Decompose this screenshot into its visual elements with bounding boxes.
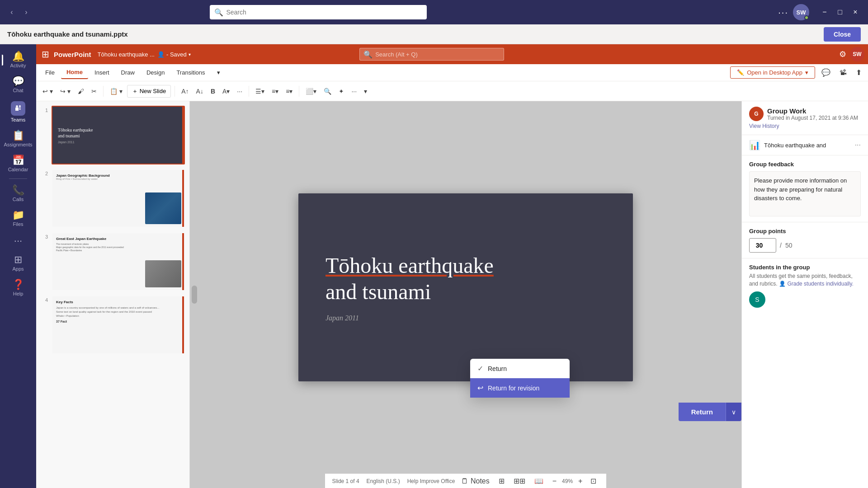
- global-search[interactable]: 🔍: [210, 5, 427, 19]
- sidebar-item-files[interactable]: 📁 Files: [2, 206, 34, 230]
- format-painter-btn[interactable]: 🖌: [75, 86, 87, 97]
- window-controls: − □ ×: [817, 5, 863, 19]
- rp-feedback-box[interactable]: Please provide more information on how t…: [749, 171, 861, 216]
- save-status: 👤 - Saved ▾: [157, 51, 191, 58]
- slide-thumb-2[interactable]: 2 Japan Geographic Background Ring of Fi…: [40, 168, 186, 229]
- rp-points-row: / 50: [749, 238, 861, 253]
- share-btn[interactable]: ⬆: [853, 66, 864, 79]
- rp-student-avatar[interactable]: S: [749, 291, 765, 308]
- sidebar-item-calendar[interactable]: 📅 Calendar: [2, 152, 34, 176]
- slide-thumb-4[interactable]: 4 Key Facts Japan is a country accompani…: [40, 295, 186, 355]
- notes-btn[interactable]: 🗒 Notes: [458, 475, 492, 487]
- ppt-avatar[interactable]: SW: [850, 47, 864, 61]
- sidebar-item-chat[interactable]: 💬 Chat: [2, 73, 34, 97]
- slide2-mini-title: Japan Geographic Background: [56, 174, 180, 178]
- more-tools-btn[interactable]: ···: [349, 86, 359, 97]
- copy-layout-btn[interactable]: 📋 ▾: [107, 86, 125, 97]
- zoom-in-btn[interactable]: +: [576, 475, 585, 487]
- toolbar-expand-btn[interactable]: ▾: [361, 86, 370, 97]
- menu-design[interactable]: Design: [141, 66, 170, 79]
- cut-btn[interactable]: ✂: [89, 86, 99, 97]
- dropdown-return-revision[interactable]: ↩ Return for revision: [470, 378, 570, 398]
- font-size-decrease-btn[interactable]: A↓: [193, 86, 206, 97]
- sidebar-item-teams[interactable]: Teams: [2, 98, 34, 126]
- edit-icon: ✏️: [737, 69, 744, 76]
- sidebar-item-apps[interactable]: ⊞ Apps: [2, 251, 34, 275]
- menu-file[interactable]: File: [40, 66, 60, 79]
- rp-grade-link[interactable]: Grade students individually.: [787, 281, 854, 287]
- numbering-btn[interactable]: ≡▾: [269, 86, 281, 97]
- more-options-btn[interactable]: ···: [778, 7, 788, 18]
- zoom-out-btn[interactable]: −: [550, 475, 559, 487]
- rp-view-history-link[interactable]: View History: [749, 123, 861, 129]
- dropdown-return[interactable]: ✓ Return: [470, 359, 570, 378]
- ppt-search-ribbon[interactable]: 🔍: [359, 48, 504, 61]
- nav-forward-btn[interactable]: ›: [20, 6, 33, 19]
- more-format-btn[interactable]: ···: [234, 86, 245, 97]
- reading-view-btn[interactable]: 📖: [532, 475, 546, 487]
- minimize-btn[interactable]: −: [817, 5, 832, 19]
- menu-home[interactable]: Home: [61, 66, 88, 79]
- avatar-btn[interactable]: SW: [793, 4, 809, 20]
- toolbar-sep2: [175, 86, 175, 97]
- present-btn[interactable]: 📽: [837, 67, 849, 79]
- slide-sorter-btn[interactable]: ⊞⊞: [511, 475, 528, 487]
- return-main-btn[interactable]: Return: [679, 403, 726, 421]
- ppt-settings-icon[interactable]: ⚙: [839, 49, 846, 59]
- scroll-thumb[interactable]: [192, 286, 197, 304]
- close-btn[interactable]: ×: [848, 5, 863, 19]
- undo-btn[interactable]: ↩ ▾: [40, 86, 56, 97]
- sidebar-item-calls[interactable]: 📞 Calls: [2, 182, 34, 206]
- slide4-mini-title: Key Facts: [56, 300, 180, 304]
- zoom-level: 49%: [562, 478, 573, 484]
- align-btn[interactable]: ≡▾: [283, 86, 295, 97]
- rp-file-row: 📊 Tōhoku earthquake and ···: [742, 135, 868, 155]
- more-sidebar-btn[interactable]: ···: [10, 231, 26, 250]
- fit-to-window-btn[interactable]: ⊡: [588, 475, 599, 487]
- sidebar-item-assignments[interactable]: 📋 Assignments: [2, 127, 34, 151]
- dropdown-return-label: Return: [488, 365, 507, 372]
- bullets-btn[interactable]: ☰▾: [253, 86, 267, 97]
- font-size-increase-btn[interactable]: A↑: [179, 86, 191, 97]
- slide-thumb-3[interactable]: 3 Great East Japan Earthquake The moveme…: [40, 231, 186, 292]
- sidebar-label-calls: Calls: [13, 197, 24, 202]
- slide-thumb-1[interactable]: 1 Tōhoku earthquakeand tsunami Japan 201…: [40, 105, 186, 165]
- close-doc-btn[interactable]: Close: [824, 27, 861, 42]
- menu-transitions[interactable]: Transitions: [171, 66, 210, 79]
- search-input[interactable]: [226, 9, 422, 16]
- maximize-btn[interactable]: □: [833, 5, 847, 19]
- font-color-btn[interactable]: A▾: [220, 86, 232, 97]
- slide-thumb-img-1[interactable]: Tōhoku earthquakeand tsunami Japan 2011: [52, 106, 185, 164]
- magic-select-btn[interactable]: ✦: [336, 86, 347, 97]
- sidebar-item-activity[interactable]: 🔔 Activity: [2, 48, 34, 72]
- new-slide-btn[interactable]: ＋ New Slide: [127, 85, 171, 98]
- sidebar-item-help[interactable]: ❓ Help: [2, 276, 34, 300]
- slide1-mini-sub: Japan 2011: [58, 141, 75, 144]
- shape-fill-btn[interactable]: ⬜▾: [303, 86, 319, 97]
- sidebar-label-calendar: Calendar: [8, 167, 28, 172]
- normal-view-btn[interactable]: ⊞: [496, 475, 507, 487]
- redo-btn[interactable]: ↪ ▾: [57, 86, 73, 97]
- save-chevron[interactable]: ▾: [189, 52, 191, 57]
- return-chevron-btn[interactable]: ∨: [726, 403, 741, 421]
- menu-draw[interactable]: Draw: [116, 66, 140, 79]
- nav-back-btn[interactable]: ‹: [5, 6, 18, 19]
- comment-btn[interactable]: 💬: [819, 66, 833, 79]
- app-grid-icon[interactable]: ⊞: [40, 47, 51, 61]
- slide-thumb-img-4[interactable]: Key Facts Japan is a country accompanied…: [52, 296, 185, 354]
- search-toolbar-btn[interactable]: 🔍: [321, 86, 334, 97]
- sidebar-label-chat: Chat: [13, 88, 23, 93]
- rp-file-more-btn[interactable]: ···: [855, 141, 861, 149]
- menu-more-chevron[interactable]: ▾: [212, 66, 226, 79]
- ppt-search-input[interactable]: [375, 51, 500, 58]
- menubar-right: ✏️ Open in Desktop App ▾ 💬 📽 ⬆: [730, 66, 864, 79]
- menu-insert[interactable]: Insert: [89, 66, 115, 79]
- rp-points-slash: /: [780, 242, 782, 249]
- rp-points-input[interactable]: [749, 238, 776, 253]
- slide-thumb-img-2[interactable]: Japan Geographic Background Ring of Fire…: [52, 169, 185, 228]
- slide-thumb-img-3[interactable]: Great East Japan Earthquake The movement…: [52, 232, 185, 291]
- open-desktop-btn[interactable]: ✏️ Open in Desktop App ▾: [730, 66, 815, 79]
- bold-btn[interactable]: B: [208, 86, 218, 97]
- rp-points-section: Group points / 50: [742, 222, 868, 258]
- dropdown-arrow: ▾: [805, 69, 808, 76]
